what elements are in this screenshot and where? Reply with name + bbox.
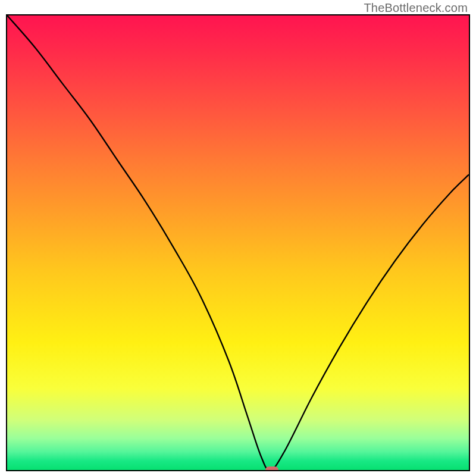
bottleneck-curve: [7, 15, 469, 470]
minimum-marker: [265, 466, 278, 471]
watermark-text: TheBottleneck.com: [364, 1, 468, 15]
curve-path: [7, 15, 469, 470]
chart-frame: [6, 14, 470, 471]
